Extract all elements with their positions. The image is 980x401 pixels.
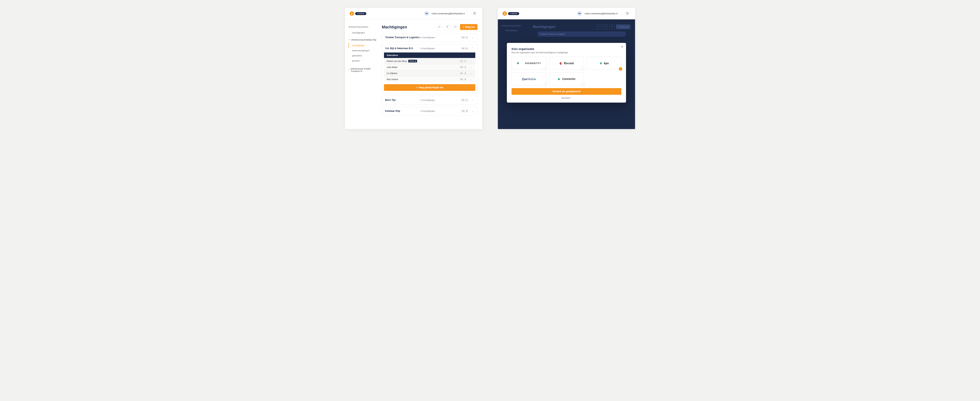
reconi-icon: ◐	[559, 62, 563, 65]
provider-tile-kpn[interactable]: kpn ✓	[587, 57, 621, 70]
provider-tile-digidentity[interactable]: DIGIDENTITY ✓	[512, 57, 546, 70]
svg-point-4	[627, 13, 628, 14]
sidebar-item-gebruikers[interactable]: gebruikers	[348, 53, 380, 58]
org-name: Ketelaar Klip	[385, 109, 420, 113]
eh-text: EH	[460, 66, 463, 68]
provider-tile-connectis[interactable]: ▶ Connectis ✓	[549, 73, 584, 86]
confirm-button[interactable]: Verwerk als goedgekeurd	[512, 88, 621, 95]
user-email: robert.vandenberg@ketelaarklip.nl	[585, 12, 617, 15]
org-card-expanded: V.d. Bijl & Heierman B.V. 6 machtigingen…	[382, 44, 477, 94]
sidebar-section-ketelaar[interactable]: eHerkenning Ketelaar Klip	[348, 38, 380, 41]
add-button[interactable]: +Voeg toe	[460, 24, 477, 30]
svg-point-0	[474, 13, 475, 14]
provider-label: DIGIDENTITY	[525, 62, 541, 64]
sidebar-heading: eHerkenning klanten	[348, 25, 380, 28]
user-row[interactable]: Max Dekker EH 2	[384, 76, 475, 82]
eh-text: EH	[462, 48, 465, 49]
org-meta: 2 machtigingen	[420, 99, 461, 101]
sidebar-item-groepen[interactable]: groepen	[348, 58, 380, 63]
filter-button[interactable]	[444, 24, 450, 30]
settings-button[interactable]	[472, 11, 477, 16]
settings-button[interactable]	[624, 11, 630, 16]
chevron-down-icon[interactable]	[469, 72, 473, 74]
gear-icon	[626, 12, 629, 15]
sidebar-section-label-2: eHerkenning Trimble Transport &…	[351, 68, 380, 72]
choose-org-modal: ✕ Kies organisatie Kies de organisatie w…	[507, 43, 626, 103]
org-row[interactable]: Buro Tijs 2 machtigingen EH 1	[382, 96, 477, 104]
modal-title: Kies organisatie	[512, 47, 621, 51]
sidebar-item-keten[interactable]: ketenmachigingen	[348, 48, 380, 53]
plus-icon: +	[463, 25, 464, 29]
brand-mark: Z	[350, 11, 354, 16]
brand-word: LOGIN	[508, 12, 519, 15]
topbar: Z LOGIN RB robert.vandenberg@ketelaarkli…	[498, 8, 635, 19]
eh-badge: EH 1	[461, 36, 468, 39]
chevron-down-icon[interactable]	[471, 99, 474, 101]
eh-level: 1	[465, 36, 467, 38]
org-card: Buro Tijs 2 machtigingen EH 1	[382, 96, 477, 105]
org-name: Buro Tijs	[385, 99, 420, 101]
check-icon: ✓	[619, 67, 622, 71]
chevron-down-icon[interactable]	[469, 60, 473, 62]
svg-point-1	[439, 26, 440, 27]
chevron-down-icon[interactable]	[469, 66, 473, 68]
topbar: Z LOGIN RB robert.vandenberg@ketelaarkli…	[345, 8, 482, 19]
check-icon: ✓	[544, 83, 547, 86]
eh-level: 1	[465, 99, 467, 101]
avatar[interactable]: RB	[577, 11, 582, 16]
org-name: V.d. Bijl & Heierman B.V.	[385, 47, 420, 50]
eh-text: EH	[462, 99, 465, 101]
provider-tile-quovadis[interactable]: QuoVadis▸ ✓	[512, 73, 546, 86]
svg-marker-3	[447, 26, 448, 28]
avatar[interactable]: RB	[424, 11, 429, 16]
refresh-icon	[454, 25, 456, 29]
org-card: Trimble Transport & Logistics 4 machtigi…	[382, 33, 477, 42]
add-authorized-label: Voeg gemachtigde toe	[418, 86, 443, 89]
sidebar-item-machtigingen[interactable]: machtigingen	[348, 43, 380, 48]
users-header: Gebruikers	[384, 52, 475, 58]
user-name: Julia Meijer	[387, 66, 398, 68]
you-tag: dit ben jij	[408, 60, 417, 62]
page-title: Machtigingen	[382, 25, 407, 29]
sidebar: eHerkenning klanten machtigingen eHerken…	[345, 19, 380, 124]
eh-level: 2	[464, 72, 466, 74]
chevron-down-icon[interactable]	[471, 109, 474, 113]
org-meta: 4 machtigingen	[420, 36, 461, 38]
search-button[interactable]	[436, 24, 442, 30]
eh-level: 4	[465, 110, 467, 112]
user-name: Liv Dijkstra	[387, 72, 397, 74]
user-row[interactable]: Julia Meijer EH 2	[384, 64, 475, 70]
org-meta: 4 machtigingen	[420, 110, 461, 112]
chevron-down-icon[interactable]	[469, 78, 473, 81]
org-row[interactable]: Ketelaar Klip 4 machtigingen EH 4	[382, 107, 477, 115]
provider-label: Connectis	[562, 77, 576, 81]
eh-badge: EH 2	[460, 60, 467, 62]
eh-level: 2	[465, 48, 467, 49]
dimmed-background: eHerkenning klanten machtigingen Machtig…	[498, 19, 635, 129]
chevron-up-icon[interactable]	[471, 47, 474, 50]
filter-icon	[446, 25, 449, 29]
main-content: Machtigingen	[380, 19, 482, 124]
provider-label: kpn	[604, 62, 609, 65]
provider-tile-reconi[interactable]: ◐ Reconi ✓	[549, 57, 584, 70]
cancel-button[interactable]: Annuleer›	[512, 97, 621, 99]
eh-text: EH	[460, 60, 463, 62]
org-card: Ketelaar Klip 4 machtigingen EH 4	[382, 107, 477, 115]
user-row[interactable]: Robert van den Berg dit ben jij EH 2	[384, 58, 475, 64]
modal-subtitle: Kies de organisatie waar de ketenmachtig…	[512, 51, 621, 54]
sidebar-section-label: eHerkenning Ketelaar Klip	[351, 38, 376, 41]
chevron-down-icon[interactable]	[471, 36, 474, 39]
cancel-label: Annuleer	[562, 97, 570, 99]
refresh-button[interactable]	[452, 24, 458, 30]
sidebar-link-top[interactable]: machtigingen	[348, 30, 380, 35]
eh-text: EH	[462, 110, 465, 112]
eh-badge: EH 4	[461, 109, 468, 113]
org-row[interactable]: Trimble Transport & Logistics 4 machtigi…	[382, 33, 477, 41]
add-authorized-button[interactable]: + Voeg gemachtigde toe	[384, 84, 475, 91]
sidebar-section-trimble[interactable]: eHerkenning Trimble Transport &…	[348, 68, 380, 72]
org-row[interactable]: V.d. Bijl & Heierman B.V. 6 machtigingen…	[382, 44, 477, 52]
modal-close-button[interactable]: ✕	[621, 45, 623, 48]
brand-word: LOGIN	[355, 12, 366, 15]
user-email: robert.vandenberg@ketelaarklip.nl	[432, 12, 465, 15]
user-row[interactable]: Liv Dijkstra EH 2	[384, 70, 475, 76]
